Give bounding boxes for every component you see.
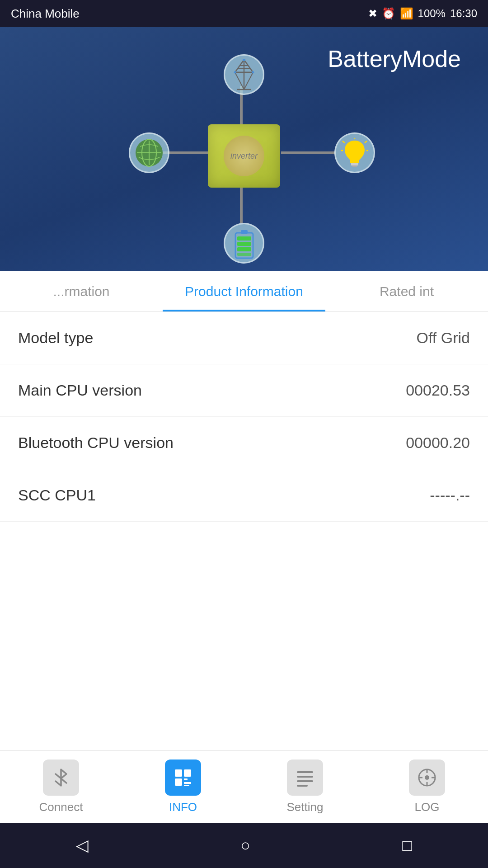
svg-line-6 (235, 72, 244, 90)
battery-icon-circle (224, 223, 264, 264)
android-nav: ◁ ○ □ (0, 823, 488, 868)
info-row-model: Model type Off Grid (0, 312, 488, 364)
info-list: Model type Off Grid Main CPU version 000… (0, 312, 488, 522)
tab-rated[interactable]: Rated int (325, 271, 488, 311)
info-label: INFO (169, 800, 197, 814)
nav-info[interactable]: INFO (122, 760, 244, 814)
log-icon (409, 760, 445, 796)
tower-icon-circle (224, 54, 264, 95)
line-bottom (240, 187, 243, 223)
battery-label: 100% (418, 7, 446, 20)
tab-product-information[interactable]: Product Information (163, 271, 325, 311)
alarm-icon: ⏰ (382, 7, 395, 20)
svg-rect-31 (184, 785, 189, 786)
info-icon (165, 760, 201, 796)
solar-icon-circle (129, 132, 169, 173)
setting-label: Setting (287, 800, 324, 814)
log-label: LOG (415, 800, 440, 814)
inverter-label: inverter (230, 151, 258, 161)
recent-button[interactable]: □ (402, 836, 412, 855)
svg-rect-29 (184, 778, 188, 780)
scc-cpu1-label: SCC CPU1 (18, 486, 96, 504)
nav-setting[interactable]: Setting (244, 760, 366, 814)
scc-cpu1-value: -----.-- (430, 486, 470, 504)
setting-icon (287, 760, 323, 796)
info-svg (173, 768, 193, 788)
svg-point-37 (425, 775, 429, 780)
bottom-nav: Connect INFO Set (0, 750, 488, 823)
svg-rect-23 (237, 242, 251, 246)
bluetooth-cpu-value: 00000.20 (406, 434, 470, 452)
line-right (281, 151, 335, 154)
svg-rect-28 (175, 778, 182, 786)
svg-line-17 (365, 141, 367, 143)
svg-rect-22 (237, 236, 251, 241)
setting-svg (295, 768, 315, 788)
info-row-main-cpu: Main CPU version 00020.53 (0, 364, 488, 417)
connect-icon (43, 760, 79, 796)
nav-log[interactable]: LOG (366, 760, 488, 814)
content-area: ...rmation Product Information Rated int… (0, 271, 488, 750)
info-row-bluetooth-cpu: Bluetooth CPU version 00000.20 (0, 417, 488, 469)
log-svg (417, 768, 437, 788)
model-type-value: Off Grid (417, 329, 470, 347)
svg-rect-27 (184, 769, 191, 777)
model-type-label: Model type (18, 329, 93, 347)
inverter-diagram: inverter (108, 54, 380, 262)
inverter-box: inverter (208, 124, 280, 188)
back-button[interactable]: ◁ (76, 836, 89, 855)
main-cpu-value: 00020.53 (406, 382, 470, 399)
nav-connect[interactable]: Connect (0, 760, 122, 814)
battery-svg (232, 227, 257, 259)
inverter-circle: inverter (224, 136, 264, 176)
svg-point-9 (234, 71, 236, 74)
main-cpu-label: Main CPU version (18, 382, 142, 399)
svg-rect-21 (241, 230, 248, 234)
svg-line-7 (244, 72, 253, 90)
tab-general[interactable]: ...rmation (0, 271, 163, 311)
carrier-label: China Mobile (11, 7, 80, 21)
svg-rect-25 (237, 253, 251, 256)
svg-rect-30 (184, 782, 191, 784)
hero-section: BatteryMode (0, 27, 488, 271)
svg-rect-24 (237, 247, 251, 251)
line-left (163, 151, 208, 154)
tabs-bar[interactable]: ...rmation Product Information Rated int (0, 271, 488, 312)
home-button[interactable]: ○ (240, 836, 250, 855)
svg-line-16 (343, 141, 345, 143)
bluetooth-cpu-label: Bluetooth CPU version (18, 434, 174, 452)
connect-label: Connect (39, 800, 83, 814)
status-bar: China Mobile ✖ ⏰ 📶 100% 16:30 (0, 0, 488, 27)
svg-point-10 (252, 71, 254, 74)
info-row-scc-cpu1: SCC CPU1 -----.-- (0, 469, 488, 522)
status-right: ✖ ⏰ 📶 100% 16:30 (368, 7, 477, 20)
bulb-icon-circle (334, 132, 375, 173)
signal-icon: 📶 (400, 7, 413, 20)
bulb-svg (341, 138, 368, 168)
bluetooth-svg (51, 768, 71, 788)
bluetooth-icon: ✖ (368, 7, 377, 20)
svg-rect-26 (175, 769, 182, 777)
solar-svg (135, 138, 164, 168)
time-label: 16:30 (450, 7, 477, 20)
tower-svg (230, 59, 258, 90)
